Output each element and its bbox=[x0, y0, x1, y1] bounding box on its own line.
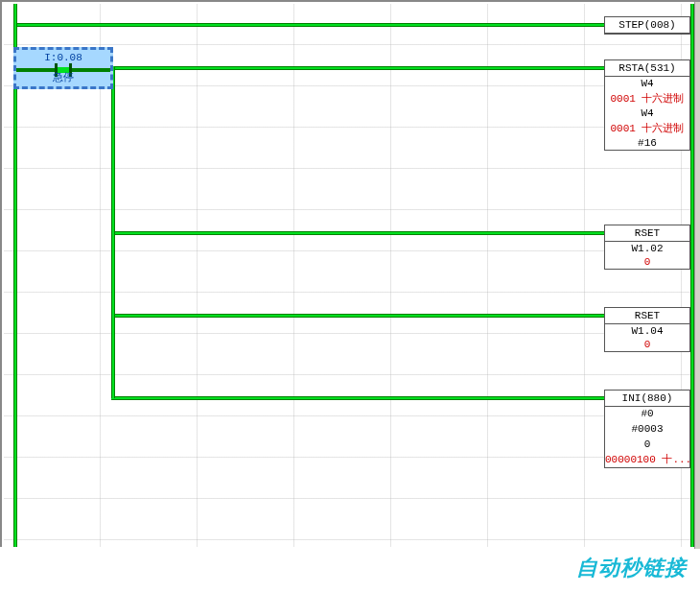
instruction-rset2[interactable]: RSETW1.040 bbox=[604, 307, 690, 352]
instruction-operand: W4 bbox=[605, 77, 689, 90]
rung-wire-step bbox=[17, 23, 604, 27]
instruction-operand: 0 bbox=[605, 438, 689, 451]
contact-address: I:0.08 bbox=[16, 52, 110, 63]
branch-riser bbox=[111, 66, 115, 398]
watermark-text: 自动秒链接 bbox=[576, 554, 687, 582]
instruction-operand: #16 bbox=[605, 136, 689, 150]
instruction-operand: 00000100 十... bbox=[605, 451, 689, 467]
instruction-header: INI(880) bbox=[605, 391, 689, 407]
instruction-header: RSET bbox=[605, 225, 689, 242]
rung-wire-ini bbox=[111, 396, 604, 400]
instruction-operand: W1.02 bbox=[605, 242, 689, 255]
contact-comment: 急停 bbox=[16, 70, 110, 84]
contact-estop[interactable]: I:0.08急停 bbox=[13, 47, 113, 89]
rung-wire-rset2 bbox=[111, 314, 604, 318]
instruction-operand: #0 bbox=[605, 407, 689, 420]
instruction-ini[interactable]: INI(880)#0 #0003 000000100 十... bbox=[604, 390, 690, 468]
ladder-frame: STEP(008)RSTA(531)W40001 十六进制W40001 十六进制… bbox=[0, 0, 700, 547]
instruction-operand: 0 bbox=[605, 338, 689, 351]
instruction-header: RSTA(531) bbox=[605, 60, 689, 77]
ladder-canvas[interactable]: STEP(008)RSTA(531)W40001 十六进制W40001 十六进制… bbox=[4, 4, 696, 547]
instruction-operand: 0 bbox=[605, 255, 689, 269]
instruction-operand: 0001 十六进制 bbox=[605, 90, 689, 107]
rung-wire-rset1 bbox=[111, 231, 604, 235]
instruction-operand: 0001 十六进制 bbox=[605, 120, 689, 136]
instruction-rset1[interactable]: RSETW1.020 bbox=[604, 225, 690, 270]
instruction-operand: W1.04 bbox=[605, 324, 689, 338]
instruction-header: RSET bbox=[605, 308, 689, 324]
instruction-operand: W4 bbox=[605, 107, 689, 120]
instruction-header: STEP(008) bbox=[605, 17, 689, 34]
instruction-operand: #0003 bbox=[605, 422, 689, 436]
instruction-step[interactable]: STEP(008) bbox=[604, 16, 690, 35]
instruction-rsta[interactable]: RSTA(531)W40001 十六进制W40001 十六进制#16 bbox=[604, 59, 690, 151]
vertical-scrollbar[interactable] bbox=[694, 2, 700, 549]
